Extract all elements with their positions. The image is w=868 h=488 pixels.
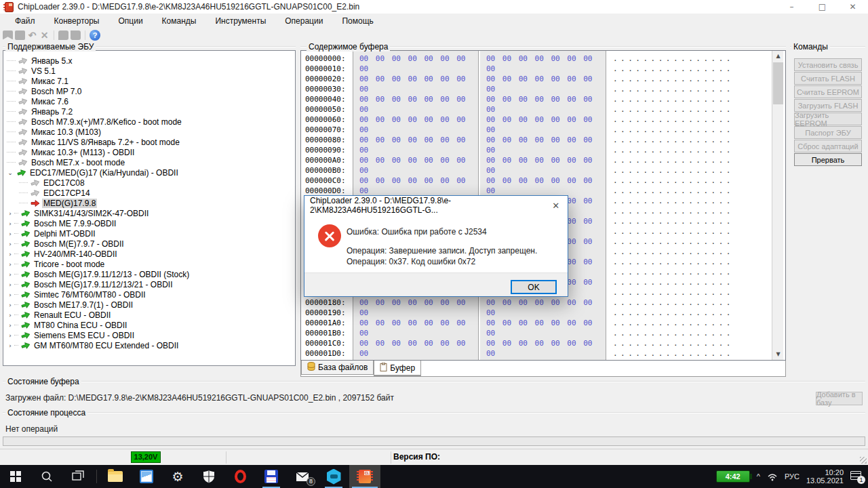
chevron-collapsed-icon[interactable]: › <box>6 220 14 227</box>
maximize-button[interactable]: □ <box>807 0 837 14</box>
chevron-collapsed-icon[interactable]: › <box>6 291 14 298</box>
resize-grip[interactable] <box>860 457 867 464</box>
menu-item-6[interactable]: Операции <box>275 14 332 28</box>
chevron-collapsed-icon[interactable]: › <box>6 312 14 319</box>
chevron-collapsed-icon[interactable]: › <box>6 332 14 339</box>
notification-badge: 1 <box>857 476 865 484</box>
chevron-collapsed-icon[interactable]: › <box>6 322 14 329</box>
menu-item-4[interactable]: Команды <box>153 14 206 28</box>
tree-item[interactable]: EDC17CP14 <box>3 188 295 198</box>
tree-item[interactable]: ›Tricore - boot mode <box>3 259 295 269</box>
add-to-db-button[interactable]: Добавить в базу <box>816 392 863 405</box>
tree-item[interactable]: Микас 10.3 (M103) <box>3 127 295 137</box>
chiploader-icon[interactable]: CL <box>349 465 380 488</box>
command-button-загрузить-eeprom[interactable]: Загрузить EEPROM <box>794 113 862 125</box>
tab-file-db[interactable]: База файлов <box>301 361 374 375</box>
command-button-установить-связь[interactable]: Установить связь <box>794 58 862 71</box>
hex-car-app-icon[interactable] <box>318 465 349 488</box>
help-icon[interactable]: ? <box>90 30 100 41</box>
command-button-паспорт-эбу[interactable]: Паспорт ЭБУ <box>794 126 862 139</box>
language-indicator[interactable]: РУС <box>785 472 800 481</box>
tree-item[interactable]: ›Bosch M(E)7.9.7 - OBDII <box>3 239 295 249</box>
search-button[interactable] <box>31 465 62 488</box>
tree-item-label: EDC17CP14 <box>42 188 92 198</box>
chevron-collapsed-icon[interactable]: › <box>6 302 14 308</box>
save-icon[interactable] <box>15 30 25 40</box>
file-explorer-icon[interactable] <box>100 465 131 488</box>
tree-item[interactable]: ›Simtec 76/MT60/MT80 - OBDII <box>3 289 295 300</box>
chevron-expanded-icon[interactable]: ⌄ <box>6 169 14 176</box>
floppy-app-icon[interactable] <box>256 465 287 488</box>
tree-item[interactable]: Bosch M7.9.x(+)/M7.8/Kefico - boot mode <box>3 117 295 127</box>
menu-item-2[interactable]: Конверторы <box>45 14 109 28</box>
command-button-загрузить-flash[interactable]: Загрузить FLASH <box>794 99 862 112</box>
tree-item[interactable]: Микас 7.1 <box>3 76 295 86</box>
ok-button[interactable]: OK <box>511 280 557 294</box>
paste-icon[interactable] <box>71 30 81 40</box>
tree-item[interactable]: ›Bosch ME 7.9.9-OBDII <box>3 218 295 228</box>
chevron-collapsed-icon[interactable]: › <box>6 281 14 288</box>
tree-item[interactable]: Январь 5.x <box>3 56 295 66</box>
command-button-считать-flash[interactable]: Считать FLASH <box>794 72 862 85</box>
menu-item-5[interactable]: Инструменты <box>205 14 275 28</box>
tree-item[interactable]: ›Delphi MT-OBDII <box>3 228 295 239</box>
scroll-down-arrow[interactable]: ▼ <box>772 349 784 360</box>
start-button[interactable] <box>0 465 31 488</box>
tree-item[interactable]: ›Bosch ME(G)17.9.11/12/13/21 - OBDII <box>3 279 295 289</box>
mail-icon[interactable]: 8 <box>287 465 318 488</box>
copy-icon[interactable] <box>58 30 68 40</box>
settings-icon[interactable]: ⚙ <box>162 465 193 488</box>
wifi-icon[interactable] <box>767 472 778 481</box>
scroll-thumb[interactable] <box>773 62 783 104</box>
tree-item[interactable]: ›Bosch ME(G)17.9.11/12/13 - OBDII (Stock… <box>3 269 295 279</box>
tree-item[interactable]: EDC17C08 <box>3 178 295 188</box>
tree-item[interactable]: VS 5.1 <box>3 66 295 76</box>
chevron-collapsed-icon[interactable]: › <box>6 342 14 349</box>
open-icon[interactable] <box>3 30 13 40</box>
menu-item-1[interactable]: Файл <box>5 14 45 28</box>
tree-item[interactable]: Bosch MP 7.0 <box>3 86 295 96</box>
tree-item[interactable]: ›Bosch ME17.9.7(1) - OBDII <box>3 300 295 310</box>
tree-item[interactable]: ›HV-240/MR-140-OBDII <box>3 249 295 259</box>
clock[interactable]: 10:20 13.05.2021 <box>806 468 844 485</box>
tree-item[interactable]: Микас 11/VS 8/Январь 7.2+ - boot mode <box>3 137 295 147</box>
dialog-close-icon[interactable]: ✕ <box>544 196 568 215</box>
menu-item-7[interactable]: Помощь <box>332 14 382 28</box>
tree-item[interactable]: ›GM MT60/MT80 ECU Extended - OBDII <box>3 340 295 350</box>
tree-item[interactable]: Микас 7.6 <box>3 96 295 106</box>
tree-item[interactable]: Микас 10.3+ (M113) - OBDII <box>3 147 295 157</box>
chevron-collapsed-icon[interactable]: › <box>6 251 14 258</box>
defender-icon[interactable] <box>193 465 224 488</box>
tree-item[interactable]: ⌄EDC17/MED(G)17 (Kia/Hyundai) - OBDII <box>3 167 295 178</box>
command-button-считать-eeprom[interactable]: Считать EEPROM <box>794 85 862 98</box>
command-button-сброс-адаптаций[interactable]: Сброс адаптаций <box>794 140 862 152</box>
tree-item[interactable]: ›Siemens EMS ECU - OBDII <box>3 330 295 340</box>
chevron-collapsed-icon[interactable]: › <box>6 241 14 247</box>
close-button[interactable]: ✕ <box>837 0 868 14</box>
opera-icon[interactable] <box>224 465 256 488</box>
battery-timer-badge[interactable]: 4:42 <box>716 470 750 483</box>
chevron-collapsed-icon[interactable]: › <box>6 210 14 217</box>
notification-center-icon[interactable]: 1 <box>850 471 863 482</box>
hex-scrollbar[interactable]: ▲ ▼ <box>772 51 783 360</box>
chevron-up-icon[interactable]: ^ <box>757 472 760 481</box>
tree-item[interactable]: ›MT80 China ECU - OBDII <box>3 320 295 330</box>
chevron-collapsed-icon[interactable]: › <box>6 230 14 237</box>
command-button-прервать[interactable]: Прервать <box>794 153 862 166</box>
menu-item-3[interactable]: Опции <box>108 14 152 28</box>
chevron-collapsed-icon[interactable]: › <box>6 271 14 278</box>
tree-item[interactable]: Январь 7.2 <box>3 106 295 117</box>
undo-icon[interactable]: ↶ <box>27 30 37 40</box>
tree-item-label: GM MT60/MT80 ECU Extended - OBDII <box>33 341 180 350</box>
minimize-button[interactable]: – <box>776 0 807 14</box>
chevron-collapsed-icon[interactable]: › <box>6 261 14 268</box>
tab-buffer[interactable]: Буфер <box>374 361 421 376</box>
tree-item[interactable]: ›Renault ECU - OBDII <box>3 310 295 320</box>
photos-app-icon[interactable] <box>131 465 162 488</box>
cut-icon[interactable]: ✕ <box>39 30 50 40</box>
tree-item[interactable]: ›SIMK31/41/43/SIM2K-47-OBDII <box>3 208 295 218</box>
tree-item[interactable]: Bosch ME7.x - boot mode <box>3 157 295 167</box>
tree-item-selected[interactable]: MED(G)17.9.8 <box>3 198 295 208</box>
task-view-button[interactable] <box>62 465 94 488</box>
scroll-up-arrow[interactable]: ▲ <box>772 51 784 62</box>
